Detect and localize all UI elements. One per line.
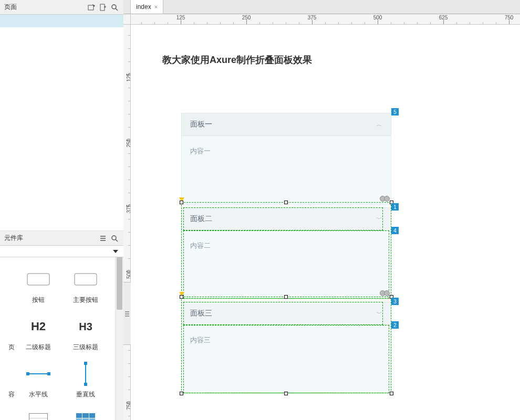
widget-h3[interactable]: H3 三级标题 bbox=[62, 309, 109, 356]
vline-icon bbox=[85, 363, 86, 384]
widget-lib-scrollbar[interactable] bbox=[115, 257, 123, 420]
widget-partial[interactable] bbox=[0, 261, 15, 309]
accordion-body-3[interactable]: 内容三 bbox=[181, 325, 391, 393]
widget-lib-header: 元件库 bbox=[0, 231, 123, 246]
widget-button[interactable]: 按钮 bbox=[15, 261, 62, 309]
svg-point-2 bbox=[112, 5, 116, 9]
svg-rect-1 bbox=[100, 4, 105, 10]
widget-h1-partial[interactable]: 页 bbox=[0, 309, 15, 356]
pages-panel-title: 页面 bbox=[4, 3, 17, 12]
widget-label: 主要按钮 bbox=[73, 296, 98, 304]
search-icon[interactable] bbox=[110, 234, 119, 243]
accordion-head-3[interactable]: 面板三 ﹀ bbox=[181, 302, 391, 325]
iframe-icon bbox=[29, 413, 48, 420]
chevron-down-icon bbox=[113, 250, 118, 253]
accordion-head-label: 面板三 bbox=[190, 309, 212, 318]
chevron-down-icon: ﹀ bbox=[376, 215, 382, 224]
widget-label: 垂直线 bbox=[76, 390, 95, 399]
footnote-badge[interactable]: 1 bbox=[391, 203, 399, 211]
resize-handle[interactable] bbox=[180, 201, 183, 204]
svg-rect-0 bbox=[88, 5, 93, 10]
accordion-body-2[interactable]: 内容二 bbox=[181, 230, 391, 299]
widget-iframe[interactable]: 内联框架 bbox=[15, 403, 62, 420]
canvas-stage[interactable]: 教大家使用Axure制作折叠面板效果 面板一 ︿ 内容一 5 面板二 ﹀ 内容二 bbox=[131, 25, 520, 420]
h2-glyph: H2 bbox=[31, 320, 46, 333]
pages-panel-header: 页面 bbox=[0, 0, 123, 15]
accordion-body-text: 内容三 bbox=[190, 336, 211, 344]
widget-label: 三级标题 bbox=[73, 343, 98, 352]
close-icon[interactable]: × bbox=[154, 4, 158, 10]
widget-primary-button[interactable]: 主要按钮 bbox=[62, 261, 109, 309]
chevron-up-icon: ︿ bbox=[376, 120, 382, 129]
widget-partial-3[interactable]: 容 bbox=[0, 356, 15, 403]
widget-lib-title: 元件库 bbox=[4, 234, 23, 243]
h3-glyph: H3 bbox=[79, 321, 92, 333]
widget-h2[interactable]: H2 二级标题 bbox=[15, 309, 62, 356]
footnote-badge[interactable]: 2 bbox=[391, 321, 399, 329]
accordion-body-text: 内容二 bbox=[190, 242, 211, 249]
accordion-head-label: 面板二 bbox=[190, 214, 212, 224]
accordion-body-1[interactable]: 内容一 bbox=[181, 136, 391, 204]
add-page-icon[interactable] bbox=[98, 3, 108, 12]
ruler-horizontal[interactable]: 125250375500625750 bbox=[131, 14, 520, 25]
accordion-head-2[interactable]: 面板二 ﹀ bbox=[181, 207, 391, 230]
widget-hline[interactable]: 水平线 bbox=[15, 356, 62, 403]
resize-handle[interactable] bbox=[180, 295, 183, 299]
ruler-corner bbox=[123, 14, 131, 25]
resize-handle[interactable] bbox=[284, 295, 288, 299]
svg-point-3 bbox=[112, 236, 116, 240]
scrollbar-thumb[interactable] bbox=[117, 257, 122, 310]
widget-label: 水平线 bbox=[29, 390, 48, 399]
pages-tree[interactable] bbox=[0, 15, 123, 231]
widget-repeater[interactable]: 中继器 bbox=[62, 403, 109, 420]
widget-partial-4[interactable]: 反 bbox=[0, 403, 15, 420]
resize-handle[interactable] bbox=[390, 392, 393, 395]
svg-rect-4 bbox=[27, 274, 49, 285]
accordion-head-1[interactable]: 面板一 ︿ bbox=[181, 113, 391, 136]
ruler-vertical[interactable]: 125250375500625750 bbox=[123, 25, 131, 420]
menu-icon[interactable] bbox=[98, 234, 108, 243]
ruler-split-grip[interactable] bbox=[123, 282, 131, 345]
footnote-badge[interactable]: 4 bbox=[391, 227, 399, 234]
canvas-tab-bar: index × bbox=[123, 0, 520, 14]
search-icon[interactable] bbox=[110, 3, 119, 12]
widget-lib-dropdown[interactable] bbox=[0, 246, 123, 257]
resize-handle[interactable] bbox=[180, 392, 183, 395]
interaction-dots-icon bbox=[380, 290, 390, 296]
hline-icon bbox=[28, 373, 49, 374]
page-title[interactable]: 教大家使用Axure制作折叠面板效果 bbox=[162, 54, 312, 66]
repeater-icon bbox=[76, 413, 95, 420]
resize-handle[interactable] bbox=[284, 392, 288, 395]
svg-rect-5 bbox=[75, 274, 97, 285]
footnote-badge[interactable]: 5 bbox=[391, 108, 399, 116]
tab-label: index bbox=[136, 3, 151, 10]
widget-label: 按钮 bbox=[32, 296, 45, 304]
accordion-head-label: 面板一 bbox=[190, 120, 212, 129]
interaction-dots-icon bbox=[380, 196, 390, 202]
widget-label: 二级标题 bbox=[26, 343, 51, 352]
tab-index[interactable]: index × bbox=[131, 0, 163, 14]
add-folder-icon[interactable] bbox=[87, 3, 96, 12]
resize-handle[interactable] bbox=[284, 201, 288, 204]
footnote-badge[interactable]: 3 bbox=[391, 298, 399, 305]
widget-vline[interactable]: 垂直线 bbox=[62, 356, 109, 403]
page-item-selected[interactable] bbox=[0, 15, 123, 27]
widget-lib-body: 按钮 主要按钮 页 H2 二级标题 H3 三级标题 容 bbox=[0, 257, 123, 420]
accordion-body-text: 内容一 bbox=[190, 147, 211, 155]
chevron-down-icon: ﹀ bbox=[376, 309, 382, 318]
